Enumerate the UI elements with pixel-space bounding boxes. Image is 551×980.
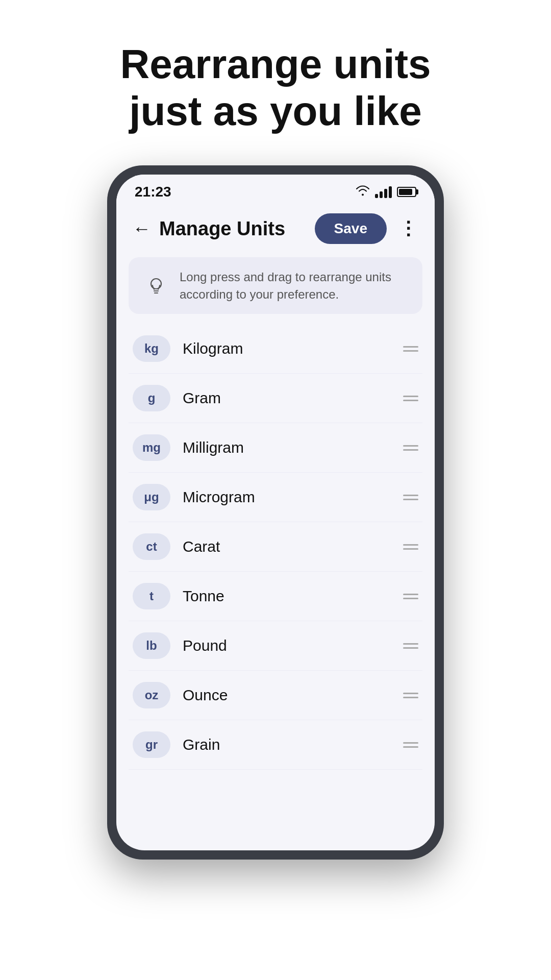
unit-item[interactable]: mg Milligram (129, 423, 422, 473)
drag-handle-icon[interactable] (403, 346, 418, 352)
unit-name: Kilogram (183, 340, 391, 357)
drag-handle-icon[interactable] (403, 693, 418, 698)
more-options-button[interactable]: ⋮ (399, 218, 418, 239)
signal-icon (375, 186, 392, 198)
unit-name: Ounce (183, 687, 391, 704)
info-card: Long press and drag to rearrange units a… (129, 257, 422, 314)
unit-item[interactable]: t Tonne (129, 572, 422, 621)
unit-name: Gram (183, 389, 391, 407)
unit-name: Microgram (183, 488, 391, 506)
save-button[interactable]: Save (315, 213, 387, 244)
hero-section: Rearrange units just as you like (120, 41, 431, 135)
page-title: Manage Units (159, 218, 307, 240)
battery-icon (397, 187, 416, 197)
app-bar: ← Manage Units Save ⋮ (116, 205, 435, 252)
unit-item[interactable]: kg Kilogram (129, 324, 422, 374)
status-icons (356, 185, 416, 199)
drag-handle-icon[interactable] (403, 643, 418, 649)
units-list: kg Kilogram g Gram mg Milligram μg Micro… (116, 324, 435, 850)
unit-name: Carat (183, 538, 391, 555)
unit-item[interactable]: ct Carat (129, 522, 422, 572)
unit-badge: μg (133, 484, 170, 510)
unit-item[interactable]: gr Grain (129, 720, 422, 770)
unit-item[interactable]: g Gram (129, 374, 422, 423)
drag-handle-icon[interactable] (403, 544, 418, 550)
unit-name: Grain (183, 736, 391, 753)
drag-handle-icon[interactable] (403, 495, 418, 500)
unit-badge: lb (133, 632, 170, 659)
info-text: Long press and drag to rearrange units a… (180, 268, 408, 303)
unit-name: Tonne (183, 587, 391, 605)
hero-line2: just as you like (129, 88, 422, 134)
unit-badge: g (133, 385, 170, 411)
status-time: 21:23 (135, 184, 171, 200)
unit-badge: gr (133, 731, 170, 758)
unit-item[interactable]: μg Microgram (129, 473, 422, 522)
unit-badge: ct (133, 533, 170, 560)
unit-badge: t (133, 583, 170, 609)
phone-screen: 21:23 ← Manage Units (116, 175, 435, 850)
hero-line1: Rearrange units (120, 41, 431, 87)
back-button[interactable]: ← (133, 219, 151, 238)
wifi-icon (356, 185, 370, 199)
unit-name: Milligram (183, 439, 391, 456)
unit-name: Pound (183, 637, 391, 654)
unit-badge: kg (133, 335, 170, 362)
bulb-icon (143, 273, 169, 299)
unit-item[interactable]: oz Ounce (129, 671, 422, 720)
drag-handle-icon[interactable] (403, 445, 418, 451)
drag-handle-icon[interactable] (403, 742, 418, 748)
unit-item[interactable]: lb Pound (129, 621, 422, 671)
unit-badge: mg (133, 434, 170, 461)
unit-badge: oz (133, 682, 170, 708)
drag-handle-icon[interactable] (403, 396, 418, 401)
status-bar: 21:23 (116, 175, 435, 205)
drag-handle-icon[interactable] (403, 594, 418, 599)
phone-frame: 21:23 ← Manage Units (107, 165, 444, 860)
